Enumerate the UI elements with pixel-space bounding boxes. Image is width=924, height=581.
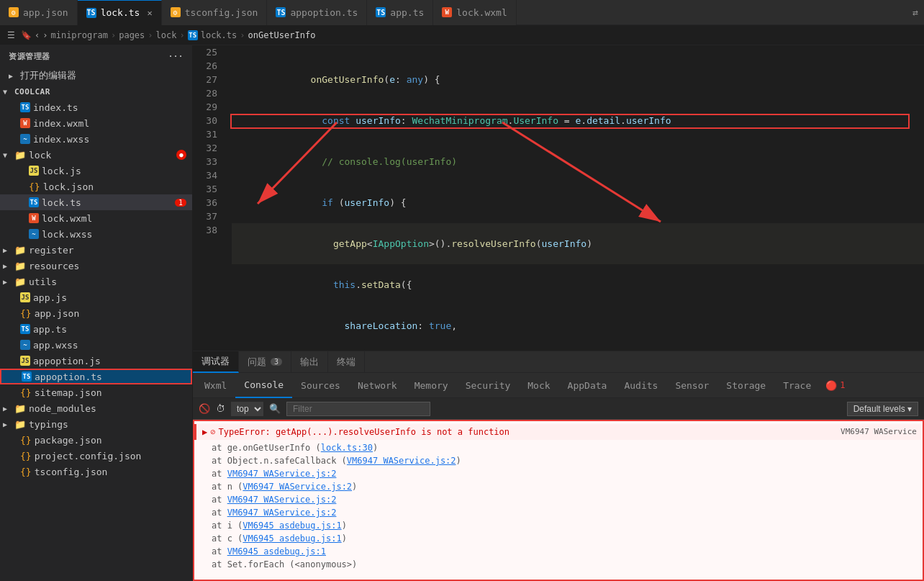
- clear-console-button[interactable]: 🚫: [199, 403, 210, 414]
- sidebar-item-register[interactable]: ▶ 📁 register: [0, 242, 192, 258]
- code-line-30: getApp<IAppOption>().resolveUserInfo(use…: [232, 223, 924, 264]
- file-name: app.json: [35, 308, 80, 319]
- tab-lock-ts[interactable]: TS lock.ts ✕: [78, 0, 162, 25]
- preserve-log-icon[interactable]: ⏱: [216, 403, 225, 414]
- code-line-25: [232, 45, 924, 59]
- folder-badge: ●: [176, 150, 186, 160]
- devtools-tab-appdata[interactable]: AppData: [559, 373, 616, 398]
- forward-icon[interactable]: ›: [42, 30, 47, 40]
- devtools-toolbar: 🚫 ⏱ top 🔍 Default levels ▾: [193, 398, 924, 420]
- stack-link[interactable]: VM6947 WAService.js:2: [227, 495, 337, 505]
- devtools-tab-console[interactable]: Console: [235, 373, 292, 398]
- devtools-tab-sensor[interactable]: Sensor: [666, 373, 717, 398]
- sidebar-item-utils[interactable]: ▶ 📁 utils: [0, 274, 192, 289]
- sidebar-item-lockts[interactable]: TS lock.ts 1: [0, 194, 192, 210]
- breadcrumb-miniprogram[interactable]: miniprogram: [50, 30, 107, 40]
- sidebar-item-appoptionts[interactable]: TS appoption.ts: [0, 369, 192, 384]
- sidebar-item-appoptionjs[interactable]: JS appoption.js: [0, 353, 192, 369]
- stack-line: at VM6947 WAService.js:2: [212, 467, 917, 480]
- stack-link[interactable]: VM6945 asdebug.js:1: [243, 533, 341, 544]
- stack-link[interactable]: VM6945 asdebug.js:1: [227, 546, 326, 557]
- devtools-tab-sources[interactable]: Sources: [292, 373, 349, 398]
- breadcrumb-lockts[interactable]: lock.ts: [201, 30, 237, 40]
- panel-tab-terminal[interactable]: 终端: [328, 351, 365, 373]
- devtools-tab-memory[interactable]: Memory: [406, 373, 457, 398]
- error-badge: 1: [175, 199, 186, 207]
- sidebar-item-appwxss[interactable]: ~ app.wxss: [0, 337, 192, 353]
- devtools-tabs: Wxml Console Sources Network Memory Secu…: [193, 373, 924, 398]
- stack-link[interactable]: VM6947 WAService.js:2: [227, 469, 337, 479]
- sidebar-item-lockwxml[interactable]: W lock.wxml: [0, 210, 192, 226]
- panel-tab-debugger[interactable]: 调试器: [193, 351, 239, 373]
- sidebar-item-tsconfigjson[interactable]: {} tsconfig.json: [0, 464, 192, 479]
- tab-appoption-ts[interactable]: TS appoption.ts: [267, 0, 367, 25]
- sidebar-item-appjs[interactable]: JS app.js: [0, 289, 192, 305]
- tab-lock-wxml[interactable]: W lock.wxml: [433, 0, 516, 25]
- bottom-panel: 调试器 问题 3 输出 终端 Wxml Console: [193, 351, 924, 581]
- panel-tab-problems[interactable]: 问题 3: [239, 351, 291, 373]
- tab-label: 终端: [337, 356, 355, 369]
- sidebar-item-index-wxss[interactable]: ~ index.wxss: [0, 131, 192, 147]
- sidebar-item-index-ts[interactable]: TS index.ts: [0, 99, 192, 115]
- console-error-header: ▶ ⊘ TypeError: getApp(...).resolveUserIn…: [202, 427, 917, 437]
- console-content: ▶ ⊘ TypeError: getApp(...).resolveUserIn…: [193, 420, 924, 581]
- tab-bar-actions: ⇄: [912, 7, 924, 18]
- devtools-tab-trace[interactable]: Trace: [774, 373, 820, 398]
- sidebar-item-appjson[interactable]: {} app.json: [0, 305, 192, 321]
- context-select[interactable]: top: [231, 402, 263, 416]
- layout-icon[interactable]: ⇄: [912, 7, 918, 18]
- sidebar-item-lockjson[interactable]: {} lock.json: [0, 179, 192, 194]
- sidebar-header: 资源管理器 ···: [0, 45, 192, 68]
- tab-label: tsconfig.json: [185, 7, 258, 18]
- tab-tsconfig-json[interactable]: ⚙ tsconfig.json: [162, 0, 268, 25]
- sidebar-item-opened-editors[interactable]: ▶ 打开的编辑器: [0, 68, 192, 84]
- sidebar-item-packagejson[interactable]: {} package.json: [0, 432, 192, 448]
- stack-link[interactable]: VM6947 WAService.js:2: [243, 482, 352, 492]
- chevron-icon: ▶: [3, 246, 12, 254]
- sidebar-item-lock-folder[interactable]: ▼ 📁 lock ●: [0, 147, 192, 163]
- devtools-tab-mock[interactable]: Mock: [519, 373, 558, 398]
- filter-input[interactable]: [286, 402, 430, 416]
- devtools-tab-wxml[interactable]: Wxml: [196, 373, 235, 398]
- stack-link[interactable]: lock.ts:30: [321, 443, 373, 453]
- devtools-tab-security[interactable]: Security: [457, 373, 520, 398]
- code-editor[interactable]: 25 26 27 28 29 30 31 32 33 34 35 36 37 3…: [193, 45, 924, 351]
- json-icon: ⚙: [9, 7, 19, 17]
- sidebar-item-lockjs[interactable]: JS lock.js: [0, 163, 192, 179]
- tab-app-ts[interactable]: TS app.ts: [367, 0, 433, 25]
- sidebar-opened-label: 打开的编辑器: [20, 69, 76, 82]
- tab-app-json[interactable]: ⚙ app.json: [0, 0, 78, 25]
- sidebar-item-nodemodules[interactable]: ▶ 📁 node_modules: [0, 400, 192, 416]
- devtools-tab-network[interactable]: Network: [349, 373, 406, 398]
- sidebar-item-projectconfigjson[interactable]: {} project.config.json: [0, 448, 192, 464]
- stack-link[interactable]: VM6947 WAService.js:2: [347, 456, 456, 466]
- sidebar-item-resources[interactable]: ▶ 📁 resources: [0, 258, 192, 274]
- stack-link[interactable]: VM6947 WAService.js:2: [227, 508, 337, 518]
- filter-icon[interactable]: 🔍: [269, 403, 281, 414]
- sidebar-item-lockwxss[interactable]: ~ lock.wxss: [0, 226, 192, 242]
- expand-triangle[interactable]: ▶: [202, 427, 207, 437]
- log-levels-button[interactable]: Default levels ▾: [847, 402, 918, 416]
- code-line-32: shareLocation: true,: [232, 305, 924, 346]
- sidebar-item-appts[interactable]: TS app.ts: [0, 321, 192, 337]
- breadcrumb-lock[interactable]: lock: [156, 30, 177, 40]
- breadcrumb-pages[interactable]: pages: [119, 30, 145, 40]
- error-count: 1: [840, 380, 845, 390]
- problems-badge: 3: [271, 358, 282, 366]
- bookmark-icon[interactable]: 🔖: [21, 30, 32, 40]
- sidebar-item-sitemapjson[interactable]: {} sitemap.json: [0, 384, 192, 400]
- sidebar-item-coolcar[interactable]: ▼ COOLCAR: [0, 84, 192, 99]
- devtools-tab-storage[interactable]: Storage: [717, 373, 774, 398]
- back-icon[interactable]: ‹: [35, 30, 40, 40]
- wxss-file-icon: ~: [20, 340, 30, 350]
- hamburger-icon[interactable]: ☰: [7, 30, 15, 40]
- devtools-tab-audits[interactable]: Audits: [615, 373, 666, 398]
- panel-tab-output[interactable]: 输出: [291, 351, 328, 373]
- stack-line: at c (VM6945 asdebug.js:1): [212, 532, 917, 545]
- stack-link[interactable]: VM6945 asdebug.js:1: [243, 521, 341, 531]
- close-tab-button[interactable]: ✕: [147, 8, 152, 18]
- code-line-29: if (userInfo) {: [232, 182, 924, 223]
- sidebar-item-index-wxml[interactable]: W index.wxml: [0, 115, 192, 131]
- sidebar-item-typings[interactable]: ▶ 📁 typings: [0, 416, 192, 432]
- sidebar-more-icon[interactable]: ···: [168, 52, 184, 61]
